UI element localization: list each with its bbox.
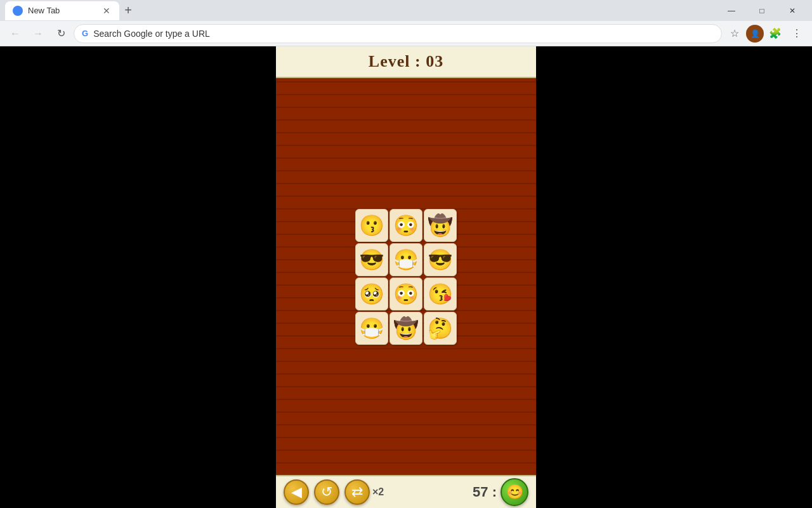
back-button[interactable]: ← xyxy=(5,23,25,44)
timer-group: 57 : 😊 xyxy=(473,478,528,506)
address-text: Search Google or type a URL xyxy=(93,29,714,39)
game-board: 😗😳🤠😎😷😎🥺😳😘😷🤠🤔 xyxy=(276,78,536,475)
tab-close-button[interactable]: ✕ xyxy=(102,6,112,16)
extensions-button[interactable]: 🧩 xyxy=(765,23,785,44)
emoji-cell[interactable]: 😳 xyxy=(390,209,422,242)
close-button[interactable]: ✕ xyxy=(778,0,807,21)
emoji-cell[interactable]: 🥺 xyxy=(355,277,388,311)
shuffle-button[interactable]: ⇄ xyxy=(344,479,370,505)
new-tab-button[interactable]: + xyxy=(119,2,137,20)
emoji-cell[interactable]: 😎 xyxy=(424,243,457,276)
undo-count: ×2 xyxy=(372,486,384,498)
emoji-cell[interactable]: 😷 xyxy=(355,312,388,345)
emoji-cell[interactable]: 😳 xyxy=(390,277,422,311)
bottom-bar: ◀ ↺ ⇄ ×2 57 : 😊 xyxy=(276,475,536,508)
browser-frame: New Tab ✕ + — □ ✕ ← → ↻ G Search Google … xyxy=(0,0,812,508)
tab-title: New Tab xyxy=(28,6,60,15)
menu-button[interactable]: ⋮ xyxy=(787,23,807,44)
browser-content: Level : 03 😗😳🤠😎😷😎🥺😳😘😷🤠🤔 ◀ ↺ ⇄ ×2 57 : xyxy=(0,46,812,508)
timer-display: 57 : xyxy=(473,484,497,500)
reload-button[interactable]: ↻ xyxy=(51,23,71,44)
level-label: Level : 03 xyxy=(369,52,443,71)
emoji-cell[interactable]: 🤠 xyxy=(390,312,422,345)
emoji-cell[interactable]: 😗 xyxy=(355,209,388,242)
title-bar: New Tab ✕ + — □ ✕ xyxy=(0,0,812,21)
nav-bar: ← → ↻ G Search Google or type a URL ☆ 👤 … xyxy=(0,21,812,46)
back-game-button[interactable]: ◀ xyxy=(284,479,309,505)
emoji-cell[interactable]: 🤠 xyxy=(424,209,457,242)
emoji-cell[interactable]: 😷 xyxy=(390,243,422,276)
reset-button[interactable]: ↺ xyxy=(314,479,339,505)
avatar[interactable]: 👤 xyxy=(746,25,764,43)
undo-group: ⇄ ×2 xyxy=(344,479,384,505)
browser-tab[interactable]: New Tab ✕ xyxy=(5,1,119,20)
nav-right-controls: ☆ 👤 🧩 ⋮ xyxy=(724,23,807,44)
forward-button[interactable]: → xyxy=(28,23,48,44)
minimize-button[interactable]: — xyxy=(717,0,746,21)
level-header: Level : 03 xyxy=(276,46,536,78)
tab-favicon xyxy=(13,6,23,16)
maximize-button[interactable]: □ xyxy=(747,0,776,21)
go-button[interactable]: 😊 xyxy=(501,478,528,506)
emoji-grid: 😗😳🤠😎😷😎🥺😳😘😷🤠🤔 xyxy=(355,209,457,345)
bookmark-button[interactable]: ☆ xyxy=(724,23,745,44)
address-bar[interactable]: G Search Google or type a URL xyxy=(74,24,722,43)
google-icon: G xyxy=(82,29,88,38)
game-container: Level : 03 😗😳🤠😎😷😎🥺😳😘😷🤠🤔 ◀ ↺ ⇄ ×2 57 : xyxy=(276,46,536,508)
emoji-cell[interactable]: 😎 xyxy=(355,243,388,276)
emoji-cell[interactable]: 😘 xyxy=(424,277,457,311)
window-controls: — □ ✕ xyxy=(717,0,807,21)
emoji-cell[interactable]: 🤔 xyxy=(424,312,457,345)
